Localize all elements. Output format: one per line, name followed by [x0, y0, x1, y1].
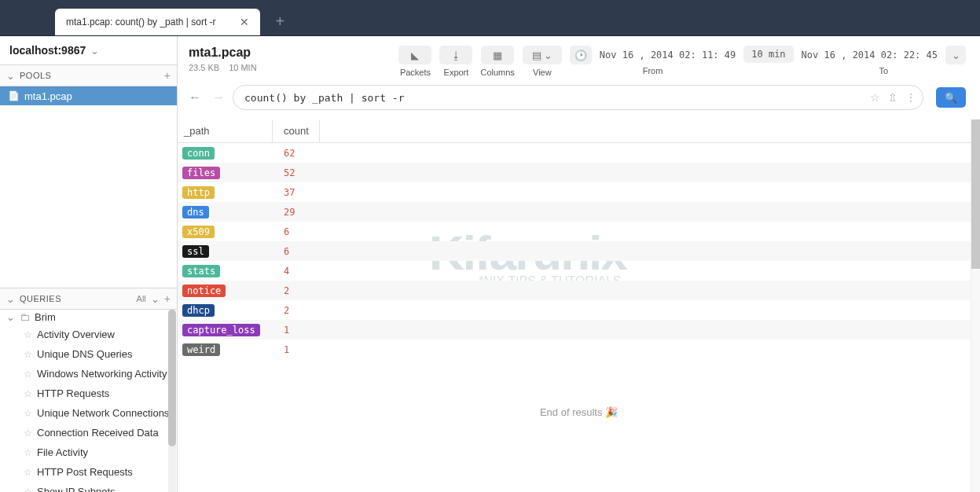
query-item[interactable]: ☆File Activity [0, 442, 177, 462]
active-tab[interactable]: mta1.pcap: count() by _path | sort -r ✕ [55, 9, 260, 35]
search-icon: 🔍 [945, 92, 957, 104]
clock-icon[interactable]: 🕑 [570, 46, 592, 64]
query-item[interactable]: ☆HTTP Post Requests [0, 462, 177, 482]
chevron-down-icon[interactable]: ⌄ [6, 293, 15, 305]
table-row[interactable]: x5096 [178, 222, 980, 241]
query-item[interactable]: ☆HTTP Requests [0, 384, 177, 403]
column-count[interactable]: count [273, 119, 320, 142]
nav-arrows: ← → [189, 90, 225, 105]
columns-button[interactable]: ▦ Columns [480, 46, 514, 77]
path-badge: capture_loss [182, 324, 260, 336]
results-scrollbar[interactable] [971, 119, 980, 492]
path-badge: weird [182, 343, 220, 356]
chevron-down-icon[interactable]: ⌄ [6, 70, 15, 82]
query-item[interactable]: ☆Connection Received Data [0, 423, 177, 442]
query-item[interactable]: ☆Unique Network Connections [0, 403, 177, 423]
count-value: 4 [273, 266, 289, 277]
star-icon[interactable]: ☆ [24, 349, 32, 360]
path-badge: dhcp [182, 304, 215, 317]
to-time-value[interactable]: Nov 16 , 2014 02: 22: 45 [802, 50, 938, 61]
path-badge: ssl [182, 245, 209, 258]
search-button[interactable]: 🔍 [936, 87, 966, 108]
table-row[interactable]: files52 [178, 163, 980, 182]
add-pool-button[interactable]: + [164, 69, 171, 82]
chevron-down-icon: ⌄ [6, 311, 15, 323]
view-button[interactable]: ▤ ⌄ View [523, 46, 562, 77]
close-icon[interactable]: ✕ [240, 16, 249, 28]
sidebar-scrollbar[interactable] [168, 310, 176, 492]
star-icon[interactable]: ☆ [24, 408, 32, 419]
add-query-button[interactable]: + [164, 292, 171, 305]
time-span[interactable]: 10 min [743, 46, 793, 63]
count-value: 37 [273, 187, 295, 198]
query-folder[interactable]: ⌄ 🗀 Brim [0, 310, 177, 325]
star-icon[interactable]: ☆ [24, 329, 32, 340]
query-input-wrap: ☆ ⇫ ⋮ [233, 85, 923, 110]
count-value: 6 [273, 226, 289, 237]
sidebar: localhost:9867 ⌄ ⌄ POOLS + 📄 mta1.pcap ⌄… [0, 36, 178, 492]
packets-button[interactable]: ◣ Packets [398, 46, 431, 77]
path-badge: http [182, 186, 215, 199]
query-input[interactable] [244, 92, 870, 104]
table-row[interactable]: dhcp2 [178, 300, 980, 320]
star-icon[interactable]: ☆ [24, 369, 32, 380]
host-address[interactable]: localhost:9867 ⌄ [0, 36, 177, 64]
query-label: Unique Network Connections [37, 407, 169, 419]
queries-header: ⌄ QUERIES All ⌄ + [0, 288, 177, 310]
export-button[interactable]: ⭳ Export [439, 46, 472, 77]
new-tab-button[interactable]: + [276, 13, 285, 31]
view-icon: ▤ ⌄ [523, 46, 562, 64]
star-icon[interactable]: ☆ [24, 447, 32, 458]
star-icon[interactable]: ☆ [24, 486, 32, 493]
star-icon[interactable]: ☆ [24, 428, 32, 439]
folder-icon: 🗀 [20, 311, 30, 323]
from-time-value[interactable]: Nov 16 , 2014 02: 11: 49 [600, 50, 736, 61]
query-label: Unique DNS Queries [37, 348, 132, 360]
queries-all-toggle[interactable]: All [137, 294, 146, 303]
star-icon[interactable]: ☆ [24, 467, 32, 478]
back-button[interactable]: ← [189, 90, 201, 105]
chevron-down-icon[interactable]: ⌄ [151, 293, 160, 305]
table-row[interactable]: conn62 [178, 143, 980, 163]
folder-label: Brim [35, 311, 56, 323]
tab-bar: mta1.pcap: count() by _path | sort -r ✕ … [0, 0, 980, 36]
shark-icon: ◣ [398, 46, 431, 64]
query-item[interactable]: ☆Activity Overview [0, 325, 177, 344]
query-item[interactable]: ☆Windows Networking Activity [0, 364, 177, 384]
file-meta: 23.5 KB 10 MIN [189, 63, 257, 72]
pool-name: mta1.pcap [24, 90, 72, 102]
table-row[interactable]: weird1 [178, 340, 980, 359]
table-row[interactable]: notice2 [178, 281, 980, 300]
query-item[interactable]: ☆Show IP Subnets [0, 482, 177, 492]
query-label: Connection Received Data [37, 427, 159, 439]
pool-item[interactable]: 📄 mta1.pcap [0, 86, 177, 105]
query-label: Activity Overview [37, 329, 115, 340]
path-badge: files [182, 167, 220, 179]
count-value: 2 [273, 285, 289, 296]
table-row[interactable]: ssl6 [178, 241, 980, 261]
count-value: 62 [273, 148, 295, 159]
to-time: Nov 16 , 2014 02: 22: 45 ⌄ To [802, 46, 966, 75]
table-row[interactable]: dns29 [178, 202, 980, 222]
query-label: Show IP Subnets [37, 486, 116, 492]
table-row[interactable]: capture_loss1 [178, 320, 980, 340]
chevron-down-icon[interactable]: ⌄ [945, 46, 966, 64]
star-icon[interactable]: ☆ [24, 388, 32, 399]
pin-icon[interactable]: ⇫ [888, 91, 897, 104]
forward-button[interactable]: → [212, 90, 225, 105]
path-badge: dns [182, 206, 209, 218]
column-path[interactable]: _path [182, 119, 273, 142]
more-icon[interactable]: ⋮ [905, 91, 916, 104]
count-value: 29 [273, 207, 295, 218]
count-value: 1 [273, 325, 289, 336]
query-item[interactable]: ☆Unique DNS Queries [0, 344, 177, 364]
query-label: HTTP Post Requests [37, 466, 133, 478]
star-icon[interactable]: ☆ [870, 91, 880, 104]
export-icon: ⭳ [439, 46, 472, 64]
table-row[interactable]: stats4 [178, 261, 980, 281]
table-row[interactable]: http37 [178, 182, 980, 202]
query-label: HTTP Requests [37, 387, 109, 399]
path-badge: conn [182, 147, 215, 160]
count-value: 52 [273, 167, 295, 178]
table-header: _path count [178, 119, 980, 143]
